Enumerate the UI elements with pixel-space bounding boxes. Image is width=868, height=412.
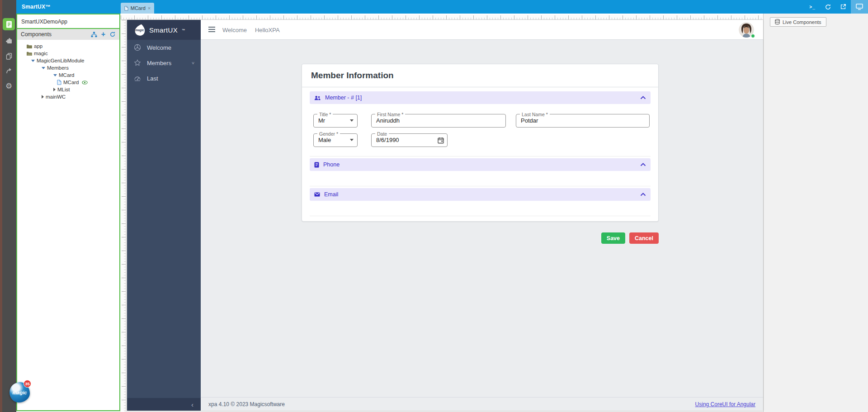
svg-text:magic: magic [136, 28, 144, 32]
project-name: SmartUXDemoApp [17, 14, 119, 28]
sidebar-item-welcome[interactable]: Welcome [127, 40, 201, 55]
chevron-up-icon[interactable] [640, 163, 646, 166]
sidebar-item-last[interactable]: Last [127, 71, 201, 86]
card-header: Member Information [302, 64, 658, 87]
file-icon [57, 80, 61, 85]
nav-link-helloxpa[interactable]: HelloXPA [255, 27, 280, 33]
pages-icon[interactable] [3, 50, 15, 62]
tree-item-mainwc[interactable]: mainWC [17, 93, 119, 100]
calendar-icon[interactable] [438, 137, 444, 146]
first-name-input[interactable]: First Name * Aniruddh [371, 114, 506, 128]
status-online-dot [751, 34, 755, 38]
gender-select[interactable]: Gender * Male [313, 133, 358, 147]
sidebar-item-members[interactable]: Members ∨ [127, 55, 201, 71]
expand-arrow-icon[interactable] [42, 95, 44, 99]
refresh-tree-icon[interactable] [109, 31, 116, 38]
wheel-icon [134, 44, 141, 51]
tab-label: MCard [131, 5, 146, 11]
tree-item-members[interactable]: Members [17, 64, 119, 71]
expand-arrow-icon[interactable] [53, 88, 56, 91]
save-button[interactable]: Save [601, 232, 625, 244]
chevron-up-icon[interactable] [640, 96, 646, 99]
file-icon [124, 6, 128, 11]
app-preview: magic SmartUX™ Welcome Members ∨ Last ‹ … [127, 20, 763, 411]
live-components-button[interactable]: Live Components [770, 17, 826, 27]
people-icon [314, 95, 321, 100]
tree-item-app[interactable]: app [17, 43, 119, 50]
accordion-header-phone[interactable]: Phone [310, 158, 651, 171]
editor-tab-mcard[interactable]: MCard × [121, 3, 154, 14]
email-section-body [310, 201, 651, 216]
contact-card-icon [314, 162, 319, 168]
terminal-icon[interactable]: >_ [805, 0, 820, 14]
phone-section-body [310, 171, 651, 186]
page-title: Member Information [311, 71, 649, 81]
puzzle-icon[interactable] [3, 34, 15, 47]
chevron-left-icon: ‹ [191, 401, 193, 408]
envelope-icon [314, 192, 320, 197]
tree-item-magicgenlibmodule[interactable]: MagicGenLibModule [17, 57, 119, 64]
add-component-icon[interactable]: + [101, 32, 105, 37]
open-external-icon[interactable] [835, 0, 851, 14]
brand[interactable]: magic SmartUX™ [127, 20, 201, 40]
share-icon[interactable] [3, 65, 15, 77]
magic-launcher[interactable]: magic 35 [9, 382, 30, 403]
nav-link-welcome[interactable]: Welcome [222, 27, 247, 33]
refresh-icon[interactable] [820, 0, 835, 14]
tree-item-mcard-group[interactable]: MCard [17, 71, 119, 79]
tab-close-icon[interactable]: × [148, 5, 151, 11]
accordion-header-email[interactable]: Email [310, 188, 651, 201]
document-icon[interactable] [3, 18, 15, 30]
components-header-label: Components [21, 31, 91, 38]
tree-item-mlist[interactable]: MList [17, 86, 119, 93]
collapse-arrow-icon[interactable] [42, 67, 45, 69]
folder-icon [26, 44, 32, 49]
star-icon [134, 59, 141, 66]
notification-badge: 35 [24, 380, 31, 388]
preview-topnav: Welcome HelloXPA [201, 20, 763, 40]
speedometer-icon [134, 75, 141, 82]
brand-name: SmartUX [149, 26, 178, 34]
preview-sidebar: magic SmartUX™ Welcome Members ∨ Last ‹ [127, 20, 201, 411]
chevron-up-icon[interactable] [640, 193, 646, 196]
sidebar-minimizer[interactable]: ‹ [127, 398, 201, 411]
member-form: Title * Mr First Name * Aniruddh Last Na… [310, 104, 651, 156]
monitor-icon[interactable] [851, 0, 868, 14]
magic-logo-icon: magic [134, 24, 145, 36]
collapse-arrow-icon[interactable] [53, 74, 57, 76]
activity-rail: ⚙ [0, 0, 16, 412]
footer-coreui-link[interactable]: Using CoreUI for Angular [695, 401, 755, 407]
components-tree: app magic MagicGenLibModule Members MCar… [17, 40, 119, 100]
tree-item-mcard[interactable]: MCard [17, 79, 119, 86]
components-header: Components + [17, 28, 119, 40]
dropdown-arrow-icon [350, 139, 354, 141]
app-title: SmartUX™ [16, 4, 51, 10]
collapse-arrow-icon[interactable] [31, 60, 35, 62]
brand-tm: ™ [182, 28, 185, 32]
hamburger-menu-icon[interactable] [208, 27, 215, 32]
tree-item-magic[interactable]: magic [17, 50, 119, 57]
horizontal-ruler [121, 15, 763, 20]
chevron-down-icon: ∨ [191, 61, 195, 65]
footer-copyright: xpa 4.10 © 2023 Magicsoftware [208, 401, 285, 407]
date-input[interactable]: Date 8/6/1990 [371, 133, 448, 147]
live-components-panel: Live Components [763, 14, 868, 412]
sitemap-icon[interactable] [91, 32, 97, 38]
dropdown-arrow-icon [350, 119, 354, 122]
components-panel: SmartUXDemoApp Components + app magic Ma… [16, 14, 120, 411]
member-card: Member Information Member - # [1] Tit [302, 64, 659, 222]
cancel-button[interactable]: Cancel [629, 232, 659, 244]
preview-footer: xpa 4.10 © 2023 Magicsoftware Using Core… [201, 397, 763, 411]
gear-icon[interactable]: ⚙ [3, 80, 15, 92]
preview-content: Member Information Member - # [1] Tit [201, 40, 763, 397]
last-name-input[interactable]: Last Name * Potdar [516, 114, 650, 128]
preview-eye-icon[interactable] [82, 81, 88, 85]
folder-icon [26, 51, 32, 56]
live-components-label: Live Components [783, 19, 821, 25]
vertical-ruler [121, 20, 126, 412]
database-icon [775, 19, 780, 25]
accordion-header-member[interactable]: Member - # [1] [310, 91, 651, 104]
title-select[interactable]: Title * Mr [313, 114, 358, 128]
